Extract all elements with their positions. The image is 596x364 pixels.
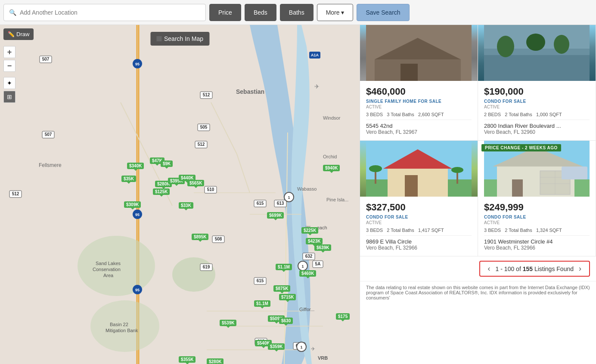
price-filter-button[interactable]: Price bbox=[209, 4, 241, 21]
zoom-out-button[interactable]: − bbox=[3, 60, 16, 72]
svg-rect-114 bbox=[562, 167, 587, 179]
price-marker[interactable]: $639K bbox=[314, 244, 331, 251]
compass-tool-button[interactable]: ✦ bbox=[3, 77, 16, 89]
beds-filter-button[interactable]: Beds bbox=[245, 4, 276, 21]
pagination-prev-button[interactable]: ‹ bbox=[486, 264, 492, 273]
price-marker[interactable]: $940K bbox=[323, 165, 340, 171]
price-marker[interactable]: $225K bbox=[301, 227, 318, 234]
price-marker[interactable]: $895K bbox=[192, 234, 208, 240]
svg-text:A1A: A1A bbox=[311, 53, 319, 57]
svg-text:510: 510 bbox=[207, 187, 214, 192]
price-marker[interactable]: $340K bbox=[127, 163, 144, 169]
svg-text:95: 95 bbox=[135, 288, 140, 292]
listing-card-4[interactable]: Price Change - 2 Weeks Ago $249,999 Cond… bbox=[478, 141, 596, 256]
card-4-price: $249,999 bbox=[484, 202, 590, 213]
price-marker[interactable]: $875K bbox=[273, 285, 290, 292]
svg-text:Sand Lakes: Sand Lakes bbox=[96, 261, 121, 266]
card-4-body: $249,999 Condo For Sale Active 3 BEDS 2 … bbox=[478, 197, 596, 256]
svg-text:1: 1 bbox=[288, 195, 290, 200]
card-1-city: Vero Beach, FL 32967 bbox=[366, 129, 472, 135]
svg-point-95 bbox=[526, 34, 545, 51]
card-3-type: Condo For Sale bbox=[366, 215, 472, 219]
card-3-price: $327,500 bbox=[366, 202, 472, 213]
price-marker[interactable]: $423K bbox=[306, 238, 323, 244]
price-marker[interactable]: $355K bbox=[179, 356, 196, 363]
card-4-city: Vero Beach, FL 32966 bbox=[484, 245, 590, 251]
price-marker[interactable]: $35K bbox=[121, 176, 136, 182]
svg-rect-100 bbox=[405, 175, 418, 197]
layers-tool-button[interactable]: ⊞ bbox=[3, 91, 16, 103]
card-2-beds: 2 BEDS bbox=[484, 112, 501, 117]
search-in-map-label: Search In Map bbox=[164, 35, 203, 42]
price-marker[interactable]: $33K bbox=[179, 202, 193, 209]
pagination-text: 1 - 100 of 155 Listings Found bbox=[496, 265, 574, 272]
save-search-button[interactable]: Save Search bbox=[357, 4, 409, 21]
card-3-status: Active bbox=[366, 220, 472, 225]
more-filter-button[interactable]: More ▾ bbox=[317, 4, 354, 21]
card-3-city: Vero Beach, FL 32966 bbox=[366, 245, 472, 251]
price-marker[interactable]: $565K bbox=[187, 180, 204, 186]
price-marker[interactable]: $460K bbox=[299, 270, 316, 277]
card-2-image-wrapper bbox=[478, 25, 596, 81]
card-4-beds: 3 BEDS bbox=[484, 228, 501, 233]
svg-point-9 bbox=[78, 236, 155, 296]
card-3-body: $327,500 Condo For Sale Active 3 BEDS 2 … bbox=[360, 197, 478, 256]
svg-point-93 bbox=[497, 36, 514, 57]
card-1-address: 5545 42nd bbox=[366, 123, 472, 129]
listing-card-1[interactable]: $460,000 Single Family Home For Sale Act… bbox=[360, 25, 478, 141]
search-icon: 🔍 bbox=[9, 9, 16, 16]
card-2-price: $190,000 bbox=[484, 86, 590, 97]
svg-rect-113 bbox=[512, 179, 523, 197]
svg-text:Fellsmere: Fellsmere bbox=[39, 162, 62, 168]
card-3-address: 9869 E Villa Circle bbox=[366, 238, 472, 245]
draw-button[interactable]: ✏️ Draw bbox=[3, 28, 34, 40]
header: 🔍 Price Beds Baths More ▾ Save Search bbox=[0, 0, 596, 25]
location-search-box[interactable]: 🔍 bbox=[3, 4, 206, 21]
price-marker[interactable]: $125K bbox=[153, 188, 170, 195]
svg-rect-89 bbox=[400, 64, 418, 81]
price-marker[interactable]: $359K bbox=[268, 343, 285, 350]
price-marker[interactable]: $280K bbox=[207, 358, 224, 364]
search-in-map-button[interactable]: Search In Map bbox=[150, 32, 209, 46]
zoom-in-button[interactable]: + bbox=[3, 46, 16, 58]
location-search-input[interactable] bbox=[20, 9, 200, 16]
price-marker[interactable]: $309K bbox=[124, 201, 141, 208]
pagination-box: ‹ 1 - 100 of 155 Listings Found › bbox=[479, 261, 590, 277]
card-2-city: Vero Beach, FL 32960 bbox=[484, 129, 590, 135]
pagination-bar: ‹ 1 - 100 of 155 Listings Found › bbox=[360, 256, 596, 281]
compass-icon: ✦ bbox=[7, 80, 12, 86]
card-4-image-wrapper: Price Change - 2 Weeks Ago bbox=[478, 141, 596, 197]
baths-filter-button[interactable]: Baths bbox=[280, 4, 314, 21]
svg-point-11 bbox=[172, 257, 215, 292]
svg-text:Area: Area bbox=[103, 273, 114, 278]
listing-card-3[interactable]: $327,500 Condo For Sale Active 3 BEDS 2 … bbox=[360, 141, 478, 256]
card-4-badge: Price Change - 2 Weeks Ago bbox=[481, 144, 561, 151]
svg-text:Mitigation Bank: Mitigation Bank bbox=[106, 328, 138, 333]
price-marker[interactable]: $539K bbox=[220, 320, 236, 326]
price-marker[interactable]: $9K bbox=[161, 160, 173, 167]
svg-text:632: 632 bbox=[305, 254, 313, 259]
svg-text:Basin 22: Basin 22 bbox=[110, 322, 128, 327]
price-marker[interactable]: $175 bbox=[336, 313, 350, 320]
pagination-next-button[interactable]: › bbox=[577, 264, 583, 273]
card-3-sqft: 1,417 SQFT bbox=[418, 228, 444, 233]
card-2-sqft: 1,000 SQFT bbox=[536, 112, 562, 117]
card-2-image bbox=[478, 25, 596, 81]
card-4-specs: 3 BEDS 2 Total Baths 1,324 SQFT bbox=[484, 228, 590, 236]
map-background: Sebastian Windsor Orchid Fellsmere Sand … bbox=[0, 25, 360, 364]
svg-text:512: 512 bbox=[12, 191, 19, 196]
card-3-baths: 2 Total Baths bbox=[387, 228, 414, 233]
svg-text:507: 507 bbox=[45, 132, 52, 137]
svg-text:Orchid: Orchid bbox=[323, 154, 337, 159]
card-4-status: Active bbox=[484, 220, 590, 225]
card-3-image bbox=[360, 141, 478, 197]
card-1-beds: 3 BEDS bbox=[366, 112, 383, 117]
price-marker[interactable]: $699K bbox=[267, 212, 284, 219]
price-marker[interactable]: $630 bbox=[279, 318, 293, 324]
draw-icon: ✏️ bbox=[8, 31, 15, 37]
listing-card-2[interactable]: $190,000 Condo For Sale Active 2 BEDS 2 … bbox=[478, 25, 596, 141]
price-marker[interactable]: $1.1M bbox=[276, 264, 292, 270]
price-marker[interactable]: $715K bbox=[279, 294, 296, 300]
card-2-baths: 2 Total Baths bbox=[505, 112, 532, 117]
price-marker[interactable]: $1.1M bbox=[254, 300, 270, 307]
